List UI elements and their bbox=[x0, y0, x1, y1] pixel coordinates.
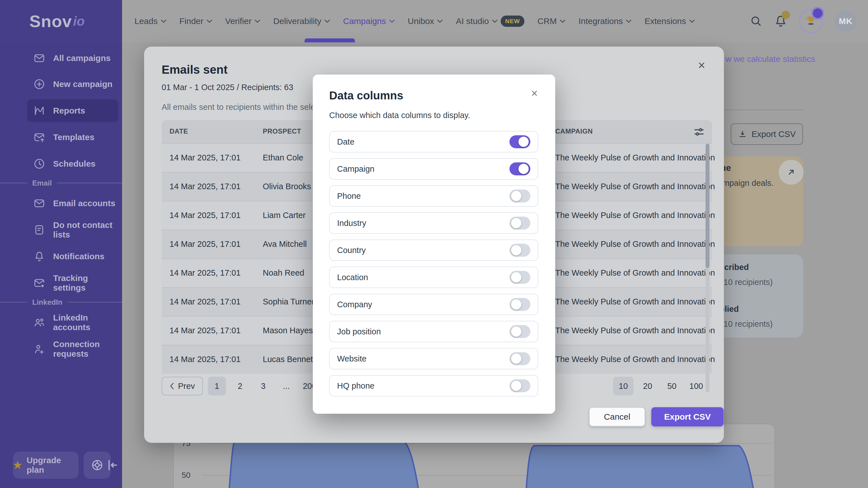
table-scrollbar-thumb[interactable] bbox=[706, 144, 710, 268]
open-deals-button[interactable] bbox=[779, 160, 804, 185]
nav-item-unibox[interactable]: Unibox bbox=[408, 17, 443, 26]
new-badge: NEW bbox=[501, 15, 524, 27]
chevron-down-icon bbox=[324, 20, 330, 23]
sidebar-item-email-accounts[interactable]: Email accounts bbox=[0, 192, 122, 215]
toggle-row-job-position[interactable]: Job position bbox=[329, 321, 538, 342]
collapse-sidebar-icon[interactable] bbox=[105, 458, 119, 472]
pagination-page-2[interactable]: 2 bbox=[231, 377, 249, 395]
sidebar-item-all-campaigns[interactable]: All campaigns bbox=[0, 47, 122, 69]
column-header-date: DATE bbox=[169, 127, 188, 135]
pagination-page-3[interactable]: 3 bbox=[254, 377, 272, 395]
pagination-ellipsis: ... bbox=[277, 377, 296, 395]
nav-item-verifier[interactable]: Verifier bbox=[225, 17, 260, 26]
logo[interactable]: Snov io bbox=[0, 0, 122, 42]
toggle-switch[interactable] bbox=[509, 162, 530, 175]
toggle-switch[interactable] bbox=[509, 325, 530, 338]
sidebar-item-new-campaign[interactable]: New campaign bbox=[0, 73, 122, 95]
active-tab-underline bbox=[305, 38, 355, 42]
search-icon[interactable] bbox=[750, 15, 762, 27]
sidebar-item-tracking-settings[interactable]: Tracking settings bbox=[0, 272, 122, 294]
nav-item-finder[interactable]: Finder bbox=[179, 17, 212, 26]
nav-item-extensions[interactable]: Extensions bbox=[645, 17, 695, 26]
column-header-prospect: PROSPECT bbox=[263, 127, 301, 135]
chevron-left-icon bbox=[169, 382, 174, 390]
export-csv-button[interactable]: Export CSV bbox=[651, 407, 724, 426]
page-size-100[interactable]: 100 bbox=[686, 377, 706, 395]
upgrade-plan-button[interactable]: ★ Upgrade plan bbox=[13, 452, 79, 479]
page-size-10[interactable]: 10 bbox=[613, 377, 633, 395]
arrow-up-right-icon bbox=[786, 167, 796, 177]
data-columns-modal: Data columns × Choose which data columns… bbox=[313, 74, 555, 414]
bell-icon bbox=[33, 251, 45, 262]
page-size-20[interactable]: 20 bbox=[638, 377, 658, 395]
close-icon[interactable]: × bbox=[698, 59, 705, 71]
export-csv-outline-button[interactable]: Export CSV bbox=[731, 123, 803, 145]
sidebar-item-templates[interactable]: Templates bbox=[0, 126, 122, 149]
sidebar-item-linkedin-accounts[interactable]: LinkedIn accounts bbox=[0, 311, 122, 334]
download-icon bbox=[738, 130, 747, 139]
toggle-row-campaign[interactable]: Campaign bbox=[329, 158, 538, 180]
cancel-button[interactable]: Cancel bbox=[589, 407, 645, 426]
sidebar-item-connection-requests[interactable]: Connection requests bbox=[0, 338, 122, 360]
person-plus-icon bbox=[33, 343, 45, 355]
modal-title: Emails sent bbox=[162, 63, 227, 76]
app-root: Snov io Leads Finder Verifier Deliverabi… bbox=[0, 0, 868, 488]
sidebar-item-notifications[interactable]: Notifications bbox=[0, 245, 122, 268]
nav-item-ai-studio[interactable]: AI studio NEW bbox=[456, 15, 524, 27]
toggle-switch[interactable] bbox=[509, 135, 530, 148]
deals-card-subtitle: ampaign deals. bbox=[718, 178, 774, 188]
column-settings-icon[interactable] bbox=[693, 126, 705, 138]
nav-menu: Leads Finder Verifier Deliverability Cam… bbox=[134, 0, 695, 42]
stat-unsubscribed-label: scribed bbox=[720, 263, 749, 272]
nav-item-crm[interactable]: CRM bbox=[537, 17, 565, 26]
nav-item-campaigns[interactable]: Campaigns bbox=[343, 17, 395, 26]
star-icon: ★ bbox=[13, 459, 22, 471]
clock-icon bbox=[33, 158, 45, 170]
notifications-bell-icon[interactable] bbox=[774, 15, 787, 28]
toggle-row-country[interactable]: Country bbox=[329, 239, 538, 261]
nav-item-leads[interactable]: Leads bbox=[134, 17, 166, 26]
toggle-row-phone[interactable]: Phone bbox=[329, 185, 538, 207]
page-size-50[interactable]: 50 bbox=[662, 377, 682, 395]
divider bbox=[725, 109, 804, 110]
toggle-row-industry[interactable]: Industry bbox=[329, 213, 538, 234]
toggle-switch[interactable] bbox=[509, 217, 530, 230]
logo-text: Snov bbox=[29, 11, 72, 31]
avatar[interactable]: MK bbox=[835, 10, 857, 32]
sidebar-item-reports[interactable]: Reports bbox=[0, 99, 122, 122]
list-document-icon bbox=[33, 224, 45, 236]
modal-description: All emails sent to recipients within the… bbox=[162, 102, 331, 112]
envelope-dot-icon bbox=[33, 277, 45, 289]
toggle-row-location[interactable]: Location bbox=[329, 267, 538, 288]
nav-item-deliverability[interactable]: Deliverability bbox=[273, 17, 330, 26]
sidebar-item-do-not-contact[interactable]: Do not contact lists bbox=[0, 219, 122, 241]
toggle-switch[interactable] bbox=[509, 244, 530, 257]
people-icon bbox=[33, 317, 45, 328]
chevron-down-icon bbox=[492, 20, 498, 23]
report-chart-icon bbox=[33, 105, 45, 117]
lifebuoy-icon bbox=[91, 459, 104, 471]
toggle-switch[interactable] bbox=[509, 271, 530, 284]
toggle-switch[interactable] bbox=[509, 379, 530, 392]
toggle-row-date[interactable]: Date bbox=[329, 131, 538, 153]
sidebar-item-schedules[interactable]: Schedules bbox=[0, 153, 122, 175]
chevron-down-icon bbox=[161, 20, 166, 23]
close-icon[interactable]: × bbox=[531, 88, 538, 99]
chevron-down-icon bbox=[560, 20, 565, 23]
trophy-achievement-icon[interactable] bbox=[799, 9, 823, 33]
trophy-badge bbox=[811, 7, 824, 20]
pagination-page-1[interactable]: 1 bbox=[208, 377, 226, 395]
how-we-calculate-statistics-link[interactable]: w we calculate statistics bbox=[725, 54, 815, 64]
toggle-row-company[interactable]: Company bbox=[329, 294, 538, 315]
toggle-switch[interactable] bbox=[509, 298, 530, 311]
plus-circle-icon bbox=[33, 78, 45, 90]
toggle-row-hq-phone[interactable]: HQ phone bbox=[329, 375, 538, 396]
nav-item-integrations[interactable]: Integrations bbox=[578, 17, 631, 26]
stat-replied-sub: (10 recipients) bbox=[721, 319, 773, 329]
toggle-switch[interactable] bbox=[509, 352, 530, 365]
chevron-down-icon bbox=[389, 20, 395, 23]
toggle-row-website[interactable]: Website bbox=[329, 348, 538, 369]
sidebar-section-email: Email bbox=[0, 177, 122, 189]
pagination-prev-button[interactable]: Prev bbox=[162, 377, 203, 395]
toggle-switch[interactable] bbox=[509, 190, 530, 202]
